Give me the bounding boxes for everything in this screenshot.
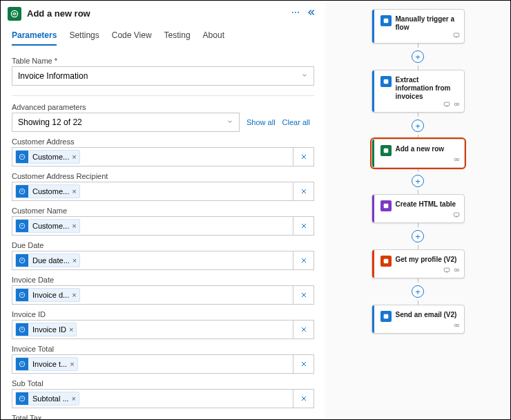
token-remove[interactable]: ×	[72, 153, 76, 161]
svg-point-7	[19, 258, 25, 263]
panel-scroll[interactable]: Table Name * Invoice Information Advance…	[1, 46, 325, 419]
svg-point-1	[292, 12, 293, 13]
field-row: Invoice ID×	[12, 320, 314, 339]
field-row: Custome...×	[12, 216, 314, 236]
token-remove[interactable]: ×	[72, 291, 76, 299]
token-remove[interactable]: ×	[72, 394, 76, 403]
token-remove[interactable]: ×	[70, 360, 74, 368]
clear-field-button[interactable]	[293, 182, 314, 201]
field-input[interactable]: Due date...×	[12, 251, 293, 270]
field-label: Customer Name	[12, 207, 314, 215]
token-remove[interactable]: ×	[73, 256, 77, 265]
tab-parameters[interactable]: Parameters	[12, 28, 57, 46]
table-name-label: Table Name *	[12, 57, 314, 65]
clear-field-button[interactable]	[293, 285, 314, 305]
flow-step-card[interactable]: Add a new row	[372, 139, 465, 168]
svg-point-0	[11, 10, 17, 17]
token-text: Invoice d...	[32, 291, 69, 299]
dynamic-token[interactable]: Invoice d...×	[15, 288, 80, 302]
flow-step-card[interactable]: Create HTML table	[372, 194, 465, 223]
clear-all-link[interactable]: Clear all	[282, 118, 310, 126]
clear-field-button[interactable]	[293, 389, 314, 408]
clear-field-button[interactable]	[293, 147, 314, 166]
dynamic-token[interactable]: Invoice ID×	[15, 323, 77, 336]
tab-code-view[interactable]: Code View	[112, 28, 152, 46]
add-step-button[interactable]: +	[412, 50, 424, 63]
token-text: Invoice ID	[32, 325, 66, 334]
clear-field-button[interactable]	[293, 354, 314, 374]
flow-step-card[interactable]: Get my profile (V2)	[372, 249, 465, 278]
dynamic-token[interactable]: Custome...×	[15, 184, 80, 198]
field-input[interactable]: Invoice t...×	[12, 354, 293, 374]
dynamic-token[interactable]: Custome...×	[15, 150, 80, 164]
token-text: Invoice t...	[32, 360, 67, 368]
field-input[interactable]: Invoice ID×	[12, 320, 293, 339]
more-button[interactable]	[288, 6, 303, 21]
svg-point-27	[456, 269, 459, 271]
svg-point-2	[295, 12, 296, 13]
svg-point-17	[454, 103, 456, 105]
clear-field-button[interactable]	[293, 216, 314, 236]
chevron-down-icon	[226, 117, 233, 127]
token-text: Custome...	[32, 187, 69, 195]
step-icon	[380, 256, 392, 267]
table-name-select[interactable]: Invoice Information	[12, 66, 314, 86]
token-text: Due date...	[32, 256, 70, 265]
token-source-icon	[16, 288, 28, 302]
step-title: Manually trigger a flow	[396, 15, 459, 32]
token-source-icon	[16, 219, 28, 233]
field-row: Due date...×	[12, 251, 314, 270]
field-label: Customer Address	[12, 137, 314, 146]
dynamic-token[interactable]: Subtotal ...×	[15, 392, 79, 405]
dynamic-token[interactable]: Due date...×	[15, 254, 80, 267]
add-step-button[interactable]: +	[412, 175, 424, 187]
tab-bar: ParametersSettingsCode ViewTestingAbout	[1, 23, 325, 46]
field-label: Due Date	[12, 241, 314, 249]
token-source-icon	[16, 184, 28, 198]
field-input[interactable]: Subtotal ...×	[12, 389, 293, 408]
svg-point-10	[19, 361, 25, 367]
step-title: Add a new row	[396, 145, 445, 153]
svg-rect-14	[454, 33, 459, 37]
token-text: Custome...	[32, 153, 69, 161]
field-label: Customer Address Recipient	[12, 172, 314, 180]
svg-point-9	[19, 327, 25, 332]
dynamic-token[interactable]: Invoice t...×	[15, 357, 78, 371]
step-icon	[380, 76, 392, 87]
token-remove[interactable]: ×	[72, 222, 76, 230]
step-icon	[380, 311, 392, 322]
clear-field-button[interactable]	[293, 251, 314, 270]
flow-step-card[interactable]: Send an email (V2)	[372, 305, 465, 334]
field-input[interactable]: Invoice d...×	[12, 285, 293, 305]
svg-point-4	[19, 154, 25, 160]
field-input[interactable]: Custome...×	[12, 147, 293, 166]
flow-canvas[interactable]: Manually trigger a flow+Extract informat…	[325, 1, 510, 419]
divider	[12, 95, 314, 96]
svg-point-5	[19, 189, 25, 194]
chat-icon	[453, 209, 460, 221]
add-step-button[interactable]: +	[412, 285, 424, 298]
flow-step-card[interactable]: Manually trigger a flow	[372, 9, 465, 44]
token-remove[interactable]: ×	[72, 187, 76, 195]
link-icon	[453, 153, 460, 166]
clear-field-button[interactable]	[293, 320, 314, 339]
svg-point-26	[454, 269, 456, 271]
token-remove[interactable]: ×	[69, 325, 73, 334]
token-text: Subtotal ...	[32, 394, 69, 403]
add-step-button[interactable]: +	[412, 230, 424, 242]
advanced-count-select[interactable]: Showing 12 of 22	[12, 113, 240, 132]
svg-point-21	[456, 158, 459, 160]
token-source-icon	[16, 357, 28, 371]
field-input[interactable]: Custome...×	[12, 216, 293, 236]
tab-about[interactable]: About	[203, 28, 224, 46]
add-step-button[interactable]: +	[412, 120, 424, 132]
tab-testing[interactable]: Testing	[164, 28, 191, 46]
collapse-button[interactable]	[303, 6, 318, 21]
svg-point-8	[19, 292, 25, 298]
tab-settings[interactable]: Settings	[69, 28, 99, 46]
show-all-link[interactable]: Show all	[247, 118, 276, 126]
field-input[interactable]: Custome...×	[12, 182, 293, 201]
flow-step-card[interactable]: Extract information from invoices	[372, 70, 465, 113]
svg-point-11	[19, 396, 25, 401]
dynamic-token[interactable]: Custome...×	[15, 219, 80, 233]
